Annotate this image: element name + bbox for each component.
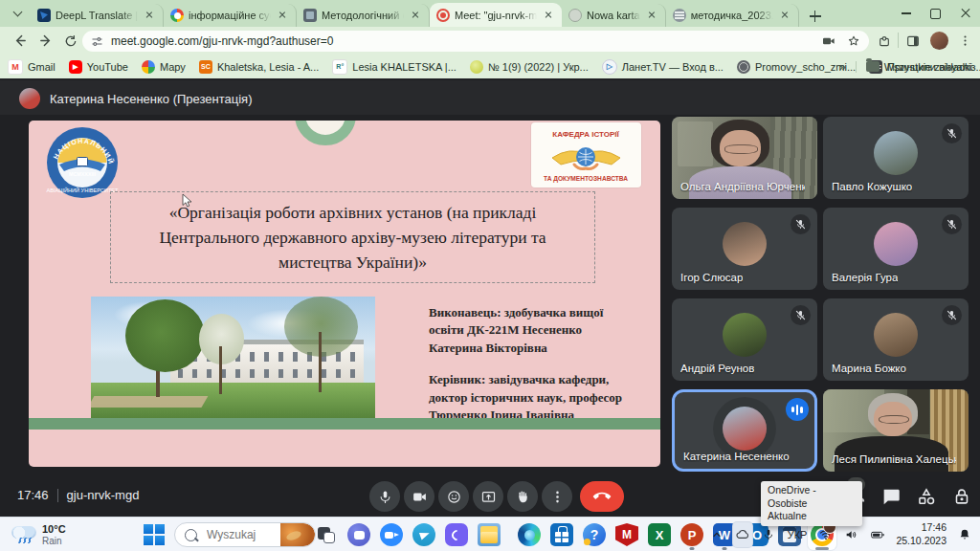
- browser-menu-icon[interactable]: [955, 32, 974, 51]
- photo-tree: [125, 299, 205, 372]
- taskbar-app-viber[interactable]: [442, 519, 471, 550]
- tab-search-icon[interactable]: [8, 5, 27, 22]
- more-options-button[interactable]: [542, 481, 572, 512]
- tab-title: інформаційне суспільств: [189, 10, 271, 21]
- chat-button[interactable]: [880, 486, 902, 507]
- window-maximize-button[interactable]: [921, 0, 950, 27]
- present-button[interactable]: [473, 481, 503, 512]
- participant-tile[interactable]: Ігор Слюсар: [672, 208, 817, 290]
- bookmark-star-icon[interactable]: [846, 33, 861, 49]
- end-call-button[interactable]: [580, 481, 624, 512]
- mic-off-icon: [791, 305, 811, 325]
- participant-tile[interactable]: Андрій Реунов: [672, 298, 817, 381]
- forward-icon[interactable]: [36, 32, 56, 51]
- onedrive-tooltip: OneDrive - Osobiste Aktualne: [761, 481, 862, 526]
- participant-tile[interactable]: Леся Пилипівна Халецька: [823, 389, 969, 472]
- tab-close-icon[interactable]: [276, 9, 289, 22]
- bookmark-item[interactable]: R°Lesia KHALETSKA |...: [326, 58, 462, 76]
- taskbar-app-zoom[interactable]: [377, 519, 406, 550]
- search-input[interactable]: [205, 527, 280, 542]
- raise-hand-button[interactable]: [507, 481, 538, 512]
- tab-title: DeepL Translate | Найточ: [56, 10, 138, 21]
- browser-tab[interactable]: методичка_2023.pdf: [666, 4, 799, 27]
- browser-tab[interactable]: Nowa karta: [562, 4, 666, 27]
- tab-close-icon[interactable]: [542, 9, 555, 22]
- new-tab-button[interactable]: [805, 6, 826, 27]
- participant-tile[interactable]: Павло Кожушко: [823, 117, 969, 199]
- browser-tab[interactable]: Методологічний семінар: [297, 4, 430, 27]
- participant-tile[interactable]: Валерія Гура: [823, 208, 969, 290]
- bookmark-item[interactable]: ▷Ланет.TV — Вход в...: [596, 58, 729, 76]
- bookmark-item[interactable]: Mapy: [136, 58, 191, 76]
- bookmark-item[interactable]: № 1(9) (2022) | Укр...: [464, 58, 594, 76]
- host-controls-button[interactable]: [951, 486, 972, 507]
- address-bar[interactable]: meet.google.com/gju-nrvk-mgd?authuser=0: [82, 31, 869, 52]
- taskbar-app-microsoft-store[interactable]: [547, 519, 576, 550]
- weather-widget[interactable]: 10°C Rain: [8, 520, 70, 549]
- taskbar-app-file-explorer[interactable]: [475, 519, 503, 550]
- window-close-button[interactable]: [950, 0, 980, 27]
- participant-name: Леся Пилипівна Халецька: [832, 453, 956, 465]
- researchgate-icon: R°: [332, 59, 347, 75]
- bookmark-item[interactable]: MGmail: [2, 58, 61, 76]
- back-icon[interactable]: [10, 32, 29, 51]
- microphone-button[interactable]: [369, 481, 400, 512]
- reload-icon[interactable]: [61, 32, 80, 51]
- extensions-icon[interactable]: [875, 32, 894, 51]
- recording-favicon: [436, 9, 450, 22]
- tray-chevron-icon[interactable]: [707, 522, 726, 547]
- taskbar-search[interactable]: [174, 522, 316, 547]
- weather-temperature: 10°C: [42, 523, 66, 536]
- participant-tile[interactable]: Марина Божко: [823, 298, 969, 381]
- participant-tile[interactable]: Ольга Андріївна Юрченко: [672, 117, 817, 199]
- browser-tab[interactable]: Meet: "gju-nrvk-mgd": [430, 3, 562, 27]
- mic-off-icon: [942, 123, 962, 143]
- browser-tab[interactable]: інформаційне суспільств: [164, 4, 297, 27]
- taskbar-app-get-help[interactable]: ?: [580, 519, 609, 550]
- url-text[interactable]: meet.google.com/gju-nrvk-mgd?authuser=0: [111, 34, 821, 48]
- taskbar-app-teams-chat[interactable]: [345, 519, 373, 550]
- meet-bottom-bar: 17:46 gju-nrvk-mgd: [0, 475, 980, 517]
- tab-close-icon[interactable]: [645, 9, 658, 22]
- participant-tile[interactable]: Катерина Несененко: [672, 389, 817, 472]
- camera-in-use-icon[interactable]: [821, 33, 836, 49]
- taskbar-app-powerpoint[interactable]: P: [678, 519, 706, 550]
- university-logo-motto: МСМХХХІІІ: [69, 171, 97, 177]
- taskbar-app-mcafee[interactable]: M: [612, 519, 641, 550]
- language-indicator[interactable]: УКР: [785, 529, 811, 540]
- taskbar-clock[interactable]: 17:46 25.10.2023: [894, 521, 948, 547]
- meeting-time: 17:46: [17, 488, 49, 502]
- profile-avatar[interactable]: [930, 32, 948, 50]
- bookmark-item[interactable]: SCKhaletska, Lesia - A...: [193, 58, 324, 76]
- bookmark-item[interactable]: ▶YouTube: [63, 58, 134, 76]
- bookmarks-overflow-icon[interactable]: »: [832, 60, 854, 74]
- site-settings-icon[interactable]: [90, 34, 104, 49]
- tab-close-icon[interactable]: [409, 9, 422, 22]
- window-minimize-button[interactable]: [891, 0, 921, 27]
- microsoft-store-icon: [550, 523, 573, 546]
- notifications-bell-icon[interactable]: [955, 522, 974, 547]
- tab-close-icon[interactable]: [143, 9, 156, 22]
- toolbar-divider: [898, 33, 899, 48]
- battery-icon[interactable]: [868, 522, 887, 547]
- search-daily-image: [280, 523, 315, 546]
- onedrive-tray-icon[interactable]: [733, 522, 752, 547]
- camera-button[interactable]: [404, 481, 434, 512]
- all-bookmarks-button[interactable]: Wszystkie zakładki: [856, 61, 972, 73]
- reactions-button[interactable]: [438, 481, 469, 512]
- taskbar-app-excel[interactable]: X: [645, 519, 674, 550]
- presentation-slide[interactable]: НАЦІОНАЛЬНИЙ МСМХХХІІІ АВІАЦІЙНИЙ УНІВЕР…: [29, 121, 660, 467]
- side-panel-icon[interactable]: [903, 32, 923, 51]
- maps-icon: [142, 60, 155, 74]
- browser-tab[interactable]: DeepL Translate | Найточ: [31, 4, 164, 27]
- meet-content: Катерина Несененко (Презентація) НАЦІОНА…: [0, 78, 980, 517]
- start-button[interactable]: [144, 524, 165, 545]
- taskbar-app-task-view[interactable]: [312, 519, 341, 550]
- participant-name: Павло Кожушко: [832, 181, 912, 192]
- taskbar-app-telegram[interactable]: [410, 519, 438, 550]
- tab-close-icon[interactable]: [778, 9, 791, 22]
- tab-title: методичка_2023.pdf: [691, 10, 773, 21]
- weather-condition: Rain: [42, 536, 66, 546]
- activities-button[interactable]: [916, 486, 937, 507]
- taskbar-app-edge[interactable]: [515, 519, 544, 550]
